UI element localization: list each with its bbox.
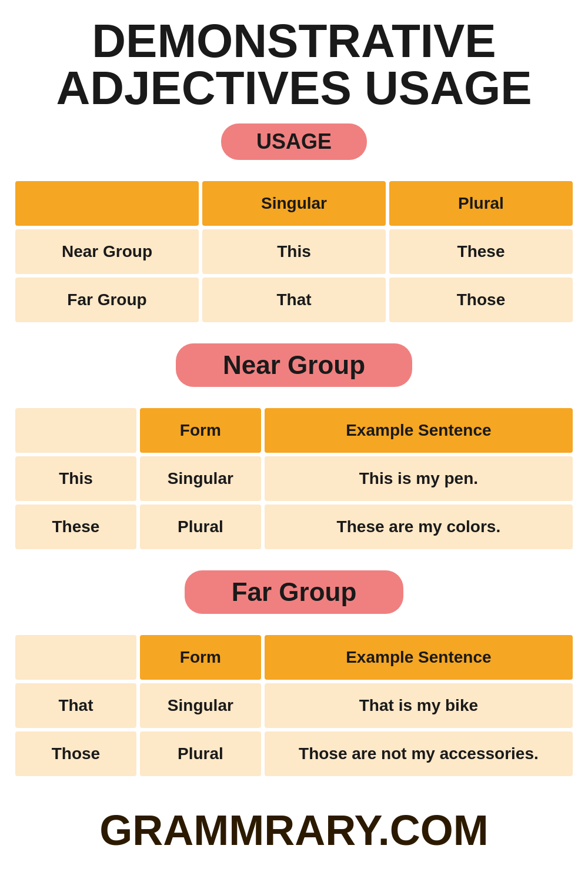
footer: GRAMMRARY.COM [99, 806, 488, 854]
usage-row1-col2: This [202, 229, 386, 274]
near-group-header: Near Group [176, 343, 412, 387]
usage-header: USAGE [221, 123, 367, 160]
usage-header-text: USAGE [256, 129, 332, 153]
far-group-header: Far Group [185, 570, 404, 614]
usage-row1-col1: Near Group [15, 229, 199, 274]
main-title: DEMONSTRATIVE ADJECTIVES USAGE [56, 18, 532, 112]
far-row2-col1: Those [15, 731, 136, 776]
near-col-example: Example Sentence [265, 408, 573, 453]
far-row2-col3: Those are not my accessories. [265, 731, 573, 776]
usage-row2-col2: That [202, 278, 386, 322]
usage-row1-col3: These [389, 229, 573, 274]
far-row1-col3: That is my bike [265, 683, 573, 728]
near-row2-col1: These [15, 505, 136, 549]
usage-table: Singular Plural Near Group This These Fa… [12, 178, 576, 326]
far-row1-col1: That [15, 683, 136, 728]
far-row1-col2: Singular [140, 683, 261, 728]
near-row1-col3: This is my pen. [265, 456, 573, 501]
usage-col-singular: Singular [202, 181, 386, 226]
title-line1: DEMONSTRATIVE [92, 15, 496, 67]
near-row2-col2: Plural [140, 505, 261, 549]
near-group-table: Form Example Sentence This Singular This… [12, 405, 576, 553]
far-group-header-text: Far Group [232, 577, 357, 606]
near-row1-col1: This [15, 456, 136, 501]
far-col-form: Form [140, 635, 261, 680]
near-row2-col3: These are my colors. [265, 505, 573, 549]
near-col-form: Form [140, 408, 261, 453]
usage-col-plural: Plural [389, 181, 573, 226]
usage-row2-col1: Far Group [15, 278, 199, 322]
near-row1-col2: Singular [140, 456, 261, 501]
far-row2-col2: Plural [140, 731, 261, 776]
footer-text: GRAMMRARY.COM [99, 807, 488, 854]
far-col-example: Example Sentence [265, 635, 573, 680]
near-group-header-text: Near Group [223, 350, 365, 379]
title-line2: ADJECTIVES USAGE [56, 62, 532, 114]
usage-row2-col3: Those [389, 278, 573, 322]
far-group-table: Form Example Sentence That Singular That… [12, 632, 576, 780]
